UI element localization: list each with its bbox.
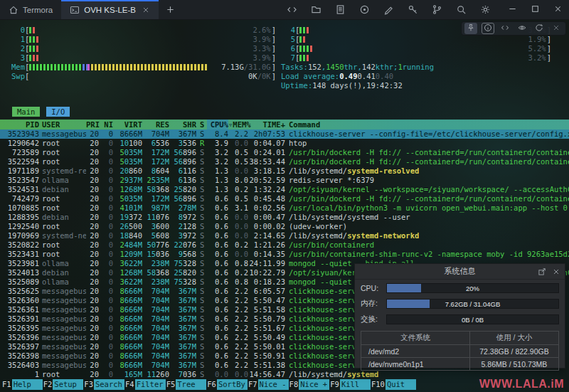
process-row[interactable]: 3523547ollama2002937M2535M6136S1.38.020:…	[0, 176, 569, 185]
process-row[interactable]: 3523431root2001209M150369568S0.60.00:14.…	[0, 250, 569, 259]
float-pin-button[interactable]	[464, 23, 477, 34]
fn-filter[interactable]: F4Filter	[124, 379, 166, 390]
panel-meter-bar: 7.62GB / 31.04GB	[386, 299, 559, 309]
process-command: /lib/systemd/systemd-resolved	[289, 166, 569, 176]
process-command: (udev-worker)	[289, 222, 569, 231]
process-row[interactable]: 3524531debian2001268M5836825820S1.30.21:…	[0, 185, 569, 194]
process-command: redis-server *:6379	[289, 176, 569, 185]
maximize-button[interactable]	[523, 0, 546, 19]
cpu-meter-2: 2[3.3%]	[11, 44, 276, 53]
col-header: VIRT	[113, 120, 142, 129]
panel-meter: 交换:0B / 0B	[355, 312, 565, 327]
panel-meter: 内存:7.62GB / 31.04GB	[355, 297, 565, 311]
float-refresh-button[interactable]	[533, 23, 546, 34]
fs-table-header: 文件系统	[361, 332, 470, 345]
process-row[interactable]: 1070885root2004101M987M278MS0.63.10:02.5…	[0, 203, 569, 213]
float-eye-button[interactable]	[516, 23, 528, 34]
code-icon[interactable]	[287, 4, 297, 15]
process-row[interactable]: 742479root2005035M172M56896S0.60.50:45.4…	[0, 194, 569, 203]
panel-meter-value: 0B / 0B	[387, 315, 558, 324]
process-table-header[interactable]: PIDUSERPRINIVIRTRESSHRSCPU%▿MEM%TIME+Com…	[0, 120, 569, 129]
panel-title-bar[interactable]: 系统信息	[355, 264, 565, 280]
float-info-button[interactable]	[482, 23, 494, 34]
file-icon[interactable]	[335, 4, 346, 15]
process-command: /lib/systemd/systemd-networkd	[289, 231, 569, 240]
process-command: /usr/bin/containerd-shim-runc-v2 -namesp…	[289, 250, 569, 259]
pencil-icon[interactable]	[383, 4, 394, 15]
key-icon[interactable]	[408, 4, 418, 15]
process-row[interactable]: 3522594root2005035M172M56896S3.20.538:53…	[0, 157, 569, 166]
new-tab-button[interactable]	[159, 0, 182, 19]
minimize-button[interactable]	[501, 0, 523, 19]
fs-table-cell: /dev/nvme0n1p1	[361, 358, 470, 371]
maximize-icon	[531, 4, 540, 16]
filesystem-table: 文件系统使用 / 大小/dev/md272.38GB / 822.90GB/de…	[361, 331, 559, 371]
uptime-line: Uptime: 148 days(!), 19:42:32	[281, 81, 551, 90]
float-code-button[interactable]	[499, 23, 511, 34]
fs-table-cell: 5.86MB / 510.73MB	[469, 358, 558, 371]
col-header: NI	[99, 120, 113, 129]
panel-title: 系统信息	[355, 266, 565, 277]
col-header: ▿MEM%	[228, 120, 248, 129]
panel-meter-value: 7.62GB / 31.04GB	[387, 300, 558, 308]
tab-strip: TermoraOVH KS-LE-B	[0, 0, 159, 19]
fn-sortby[interactable]: F6SortBy	[206, 379, 248, 390]
fn-help[interactable]: F1Help	[1, 379, 43, 390]
folder-icon[interactable]	[311, 4, 321, 15]
col-header: USER	[42, 120, 86, 129]
tab-termora[interactable]: Termora	[0, 0, 61, 19]
fn-tree[interactable]: F5Tree	[166, 379, 207, 390]
process-row[interactable]: 3520822root2002484M5077622076S0.60.21:21…	[0, 240, 569, 250]
process-command: /usr/bin/dockerd -H fd:// --containerd=/…	[289, 194, 569, 203]
process-command: /opt/siyuan/kernel --workspace=/siyuan/w…	[289, 185, 569, 194]
col-header: PID	[0, 120, 39, 129]
htop-tab-io[interactable]: I/O	[46, 107, 70, 117]
float-close-button[interactable]	[550, 23, 563, 34]
panel-meter-bar: 0B / 0B	[386, 314, 559, 324]
fn-nice-[interactable]: F8Nice +	[289, 379, 330, 390]
close-icon	[552, 23, 560, 33]
fs-table-row: /dev/nvme0n1p15.86MB / 510.73MB	[361, 358, 559, 371]
process-row[interactable]: 723589root2005035M172M56896S3.20.50:24.0…	[0, 148, 569, 157]
fn-kill[interactable]: F9Kill	[329, 379, 371, 390]
pin-icon	[467, 23, 475, 33]
process-row[interactable]: 1970969systemd-ne2001884056083972S0.60.0…	[0, 231, 569, 240]
close-icon	[142, 6, 150, 14]
process-row[interactable]: 1971189systemd-re2002086086046116S1.30.0…	[0, 166, 569, 176]
terminal-float-toolbar	[461, 21, 566, 36]
panel-meter-value: 20%	[387, 284, 558, 292]
col-header: SHR	[169, 120, 196, 129]
gear-icon[interactable]	[480, 4, 491, 15]
process-command: /usr/local/bin/python3 -m uvicorn open_w…	[289, 203, 569, 213]
info-icon	[484, 23, 492, 33]
fs-table-cell: 72.38GB / 822.90GB	[469, 345, 558, 358]
record-icon[interactable]	[359, 4, 370, 15]
process-command: /usr/bin/containerd	[289, 240, 569, 250]
fn-nice-[interactable]: F7Nice -	[248, 379, 289, 390]
process-row[interactable]: 3523943messagebus2008666M704M367MS8.42.2…	[0, 129, 569, 139]
fn-quit[interactable]: F10Quit	[371, 379, 416, 390]
close-button[interactable]	[546, 0, 569, 19]
branch-icon[interactable]	[432, 4, 442, 15]
process-row[interactable]: 1292540root2002650036002128S0.60.00:00.0…	[0, 222, 569, 231]
swap-meter: Swp[0K/0K]	[11, 72, 276, 81]
terminal-icon	[70, 5, 80, 15]
tab-ovh-ks-le-b[interactable]: OVH KS-LE-B	[61, 0, 159, 19]
panel-popout-button[interactable]	[538, 267, 546, 276]
col-header: Command	[289, 120, 569, 129]
process-command: /usr/bin/dockerd -H fd:// --containerd=/…	[289, 148, 569, 157]
cpu-meter-1: 1[3.9%]	[11, 35, 276, 44]
col-header: TIME+	[248, 120, 285, 129]
panel-close-button[interactable]	[552, 267, 560, 276]
process-row[interactable]: 1288395debian20019372110768972S0.60.00:0…	[0, 213, 569, 222]
fn-search[interactable]: F3Search	[83, 379, 124, 390]
home-icon	[9, 5, 18, 15]
process-row[interactable]: 1290642root2001010065363536R3.90.00:04.0…	[0, 139, 569, 148]
search-icon[interactable]	[456, 4, 467, 15]
cpu-meter-7: 7[3.2%]	[281, 53, 551, 63]
toolbar-icons	[287, 4, 491, 15]
htop-tab-main[interactable]: Main	[12, 107, 40, 117]
fn-setup[interactable]: F2Setup	[43, 379, 84, 390]
refresh-icon	[535, 23, 543, 33]
fs-table-row: /dev/md272.38GB / 822.90GB	[361, 345, 559, 358]
